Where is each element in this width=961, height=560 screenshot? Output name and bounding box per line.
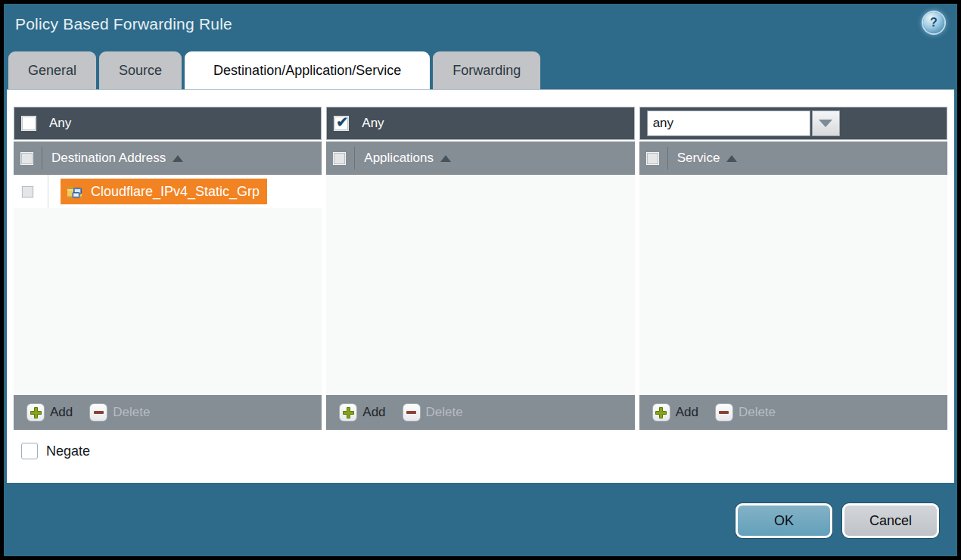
negate-label: Negate bbox=[46, 443, 90, 459]
delete-icon[interactable] bbox=[715, 403, 733, 422]
add-icon[interactable] bbox=[339, 403, 357, 422]
header-divider bbox=[667, 147, 668, 170]
add-icon[interactable] bbox=[652, 403, 670, 422]
service-any-bar: any bbox=[639, 107, 947, 140]
destination-any-label: Any bbox=[49, 116, 71, 131]
tab-source[interactable]: Source bbox=[99, 51, 182, 89]
applications-select-all-checkbox[interactable]: ✔ bbox=[333, 152, 346, 165]
service-dropdown-value[interactable]: any bbox=[647, 110, 810, 136]
destination-address-column: ✔ Any ✔ Destination Address ✔ bbox=[14, 107, 322, 430]
delete-button[interactable]: Delete bbox=[113, 405, 150, 420]
applications-any-checkbox[interactable]: ✔ bbox=[334, 116, 349, 131]
add-icon[interactable] bbox=[26, 403, 45, 422]
destination-address-item[interactable]: Cloudflare_IPv4_Static_Grp bbox=[61, 179, 267, 204]
tab-general[interactable]: General bbox=[8, 51, 96, 89]
cancel-button[interactable]: Cancel bbox=[842, 503, 939, 538]
service-footer: Add Delete bbox=[639, 395, 947, 430]
sort-ascending-icon[interactable] bbox=[440, 155, 451, 162]
tab-destination-application-service[interactable]: Destination/Application/Service bbox=[185, 51, 430, 89]
delete-icon[interactable] bbox=[89, 403, 107, 422]
destination-address-item-label: Cloudflare_IPv4_Static_Grp bbox=[91, 184, 260, 200]
add-button[interactable]: Add bbox=[362, 405, 385, 420]
checkmark-icon: ✔ bbox=[336, 115, 348, 129]
destination-list: ✔ bbox=[14, 175, 322, 395]
negate-row: ✔ Negate bbox=[21, 443, 954, 459]
table-row: ✔ bbox=[14, 175, 322, 208]
applications-any-bar: ✔ Any bbox=[326, 107, 634, 140]
applications-column-header: ✔ Applications bbox=[326, 142, 634, 175]
add-button[interactable]: Add bbox=[50, 405, 73, 420]
chevron-down-icon bbox=[819, 120, 832, 127]
applications-column: ✔ Any ✔ Applications Add bbox=[326, 107, 634, 430]
service-list bbox=[639, 175, 947, 395]
sort-ascending-icon[interactable] bbox=[726, 155, 737, 162]
add-button[interactable]: Add bbox=[676, 405, 698, 420]
applications-any-label: Any bbox=[362, 116, 384, 131]
service-header-label[interactable]: Service bbox=[677, 151, 720, 166]
ok-button[interactable]: OK bbox=[736, 503, 832, 538]
dialog-frame: Policy Based Forwarding Rule ? General S… bbox=[0, 0, 961, 560]
tab-bar: General Source Destination/Application/S… bbox=[4, 51, 957, 89]
destination-any-bar: ✔ Any bbox=[14, 107, 322, 140]
row-checkbox-cell: ✔ bbox=[14, 175, 48, 208]
destination-any-checkbox[interactable]: ✔ bbox=[21, 116, 36, 131]
applications-list bbox=[326, 175, 634, 395]
address-group-icon bbox=[67, 184, 85, 199]
service-column: any ✔ Service bbox=[639, 107, 947, 430]
applications-header-label[interactable]: Applications bbox=[364, 151, 434, 166]
negate-checkbox[interactable]: ✔ bbox=[21, 443, 38, 459]
tab-forwarding[interactable]: Forwarding bbox=[433, 51, 540, 89]
help-icon[interactable]: ? bbox=[923, 12, 944, 33]
destination-select-all-checkbox[interactable]: ✔ bbox=[20, 152, 33, 165]
applications-footer: Add Delete bbox=[326, 395, 634, 430]
destination-footer: Add Delete bbox=[14, 395, 322, 430]
dialog-action-bar: OK Cancel bbox=[4, 483, 957, 538]
dialog-title: Policy Based Forwarding Rule bbox=[15, 15, 232, 33]
title-bar: Policy Based Forwarding Rule ? bbox=[4, 4, 957, 35]
tab-content-panel: ✔ Any ✔ Destination Address ✔ bbox=[7, 89, 954, 483]
policy-forwarding-dialog: Policy Based Forwarding Rule ? General S… bbox=[4, 4, 957, 556]
header-divider bbox=[354, 147, 355, 170]
delete-button[interactable]: Delete bbox=[739, 405, 776, 420]
header-divider bbox=[42, 147, 42, 170]
delete-icon[interactable] bbox=[403, 403, 421, 422]
service-dropdown-button[interactable] bbox=[812, 110, 840, 136]
service-column-header: ✔ Service bbox=[639, 142, 947, 175]
delete-button[interactable]: Delete bbox=[426, 405, 463, 420]
destination-column-header: ✔ Destination Address bbox=[14, 142, 322, 175]
sort-ascending-icon[interactable] bbox=[173, 155, 183, 162]
service-select-all-checkbox[interactable]: ✔ bbox=[646, 152, 659, 165]
columns-container: ✔ Any ✔ Destination Address ✔ bbox=[7, 90, 954, 430]
destination-header-label[interactable]: Destination Address bbox=[51, 151, 166, 166]
row-checkbox[interactable]: ✔ bbox=[21, 185, 34, 198]
service-dropdown: any bbox=[647, 110, 840, 136]
